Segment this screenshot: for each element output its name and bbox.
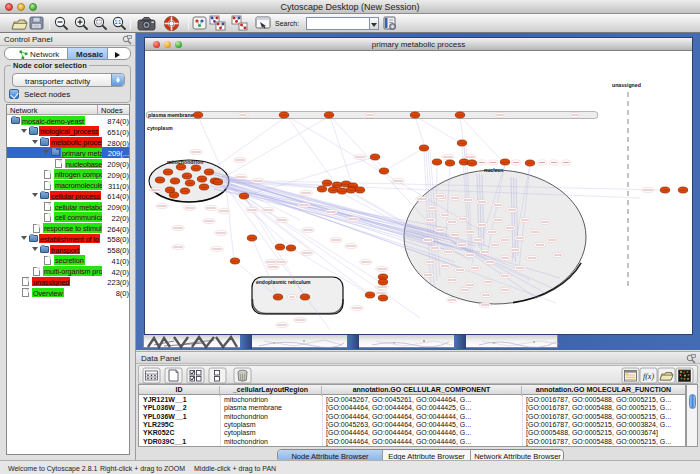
svg-text:cytoplasm: cytoplasm — [147, 125, 173, 131]
svg-text:endoplasmic reticulum: endoplasmic reticulum — [256, 279, 311, 285]
svg-text:unassigned: unassigned — [612, 82, 641, 88]
svg-text:f(x): f(x) — [643, 372, 654, 381]
svg-text:1:1: 1:1 — [115, 20, 122, 25]
svg-text:plasma membrane: plasma membrane — [148, 112, 194, 118]
svg-text:mitochondrion: mitochondrion — [167, 159, 203, 165]
svg-text:nucleus: nucleus — [484, 167, 504, 173]
